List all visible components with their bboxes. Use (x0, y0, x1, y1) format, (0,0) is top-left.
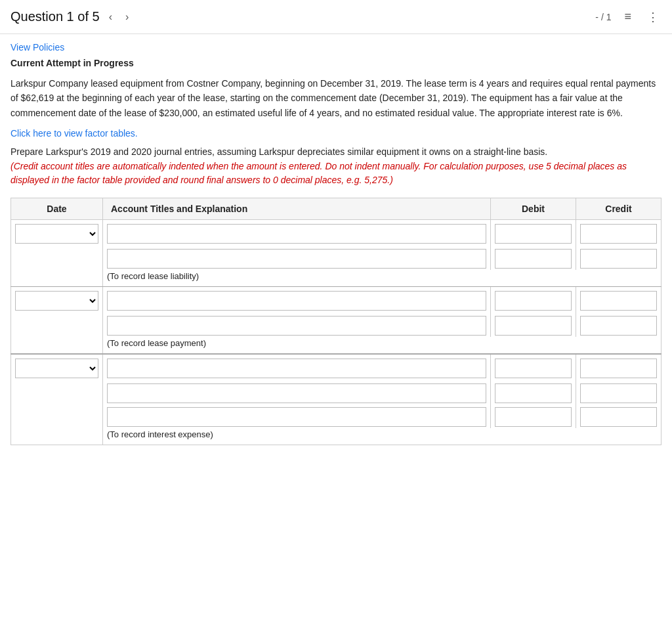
journal-table: Date Account Titles and Explanation Debi… (10, 198, 662, 445)
debit-3-3[interactable] (495, 407, 572, 427)
factor-tables-link[interactable]: Click here to view factor tables. (10, 128, 138, 139)
main-content: View Policies Current Attempt in Progres… (0, 34, 672, 458)
section2-note-row: (To record lease payment) (11, 337, 662, 354)
debit-1-1[interactable] (495, 224, 572, 244)
section2-note: (To record lease payment) (107, 338, 206, 348)
page-indicator: - / 1 (595, 12, 611, 22)
account-title-3-2[interactable] (107, 383, 486, 403)
question-body-text: Larkspur Company leased equipment from C… (10, 76, 662, 120)
credit-2-2[interactable] (580, 316, 657, 336)
credit-3-3[interactable] (580, 407, 657, 427)
debit-3-2[interactable] (495, 383, 572, 403)
date-select-3[interactable]: Dec 31, 2019 Jan 1, 2020 Dec 31, 2020 (15, 359, 98, 378)
prepare-instruction: Prepare Larkspur's 2019 and 2020 journal… (10, 146, 662, 157)
header-right: - / 1 ≡ ⋮ (595, 7, 662, 27)
account-title-1-2[interactable] (107, 249, 486, 269)
list-icon-button[interactable]: ≡ (621, 7, 634, 26)
credit-1-1[interactable] (580, 224, 657, 244)
table-row: Dec 31, 2019 Jan 1, 2020 (11, 220, 662, 247)
table-row (11, 404, 662, 428)
col-debit-header: Debit (491, 198, 576, 220)
credit-3-2[interactable] (580, 383, 657, 403)
debit-2-1[interactable] (495, 291, 572, 311)
debit-2-2[interactable] (495, 316, 572, 336)
account-title-2-1[interactable] (107, 291, 486, 311)
next-button[interactable]: › (121, 9, 133, 26)
col-date-header: Date (11, 198, 103, 220)
question-title: Question 1 of 5 (10, 9, 100, 24)
view-policies-link[interactable]: View Policies (10, 42, 64, 53)
table-row (11, 246, 662, 270)
debit-3-1[interactable] (495, 359, 572, 378)
calculation-note: (Credit account titles are automatically… (10, 160, 662, 187)
col-credit-header: Credit (576, 198, 662, 220)
account-title-3-1[interactable] (107, 359, 486, 378)
section3-note-row: (To record interest expense) (11, 428, 662, 445)
table-row (11, 313, 662, 337)
credit-2-1[interactable] (580, 291, 657, 311)
header-left: Question 1 of 5 ‹ › (10, 9, 133, 26)
debit-1-2[interactable] (495, 249, 572, 269)
prev-button[interactable]: ‹ (105, 9, 116, 26)
more-options-button[interactable]: ⋮ (644, 7, 662, 27)
date-select-2[interactable]: Dec 31, 2019 Jan 1, 2020 (15, 291, 98, 311)
table-row: Dec 31, 2019 Jan 1, 2020 Dec 31, 2020 (11, 354, 662, 381)
current-attempt-label: Current Attempt in Progress (10, 58, 662, 68)
credit-3-1[interactable] (580, 359, 657, 378)
section1-note-row: (To record lease liability) (11, 270, 662, 287)
account-title-3-3[interactable] (107, 407, 486, 427)
col-account-header: Account Titles and Explanation (103, 198, 491, 220)
table-row (11, 381, 662, 404)
section1-note: (To record lease liability) (107, 271, 199, 281)
credit-1-2[interactable] (580, 249, 657, 269)
page-header: Question 1 of 5 ‹ › - / 1 ≡ ⋮ (0, 0, 672, 34)
account-title-1-1[interactable] (107, 224, 486, 244)
date-select-1[interactable]: Dec 31, 2019 Jan 1, 2020 (15, 224, 98, 244)
table-row: Dec 31, 2019 Jan 1, 2020 (11, 287, 662, 314)
section3-note: (To record interest expense) (107, 429, 213, 439)
account-title-2-2[interactable] (107, 316, 486, 336)
